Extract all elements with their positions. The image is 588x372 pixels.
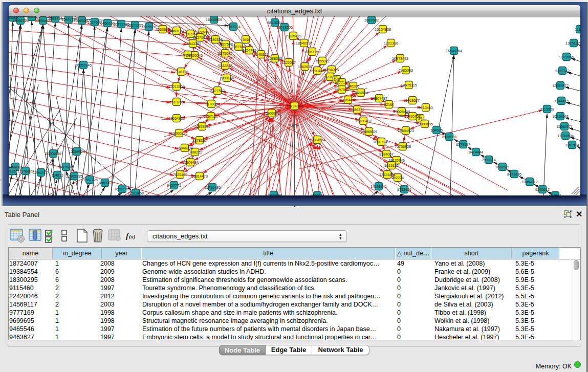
svg-text:16543382: 16543382 [185,41,201,46]
svg-text:2803144: 2803144 [220,76,234,80]
svg-text:98901: 98901 [183,53,193,57]
svg-text:164095: 164095 [430,128,443,133]
svg-text:15720407: 15720407 [355,119,372,123]
svg-text:8471636: 8471636 [507,172,521,177]
svg-text:10973493: 10973493 [392,56,408,61]
svg-text:11121: 11121 [575,27,580,32]
svg-text:10025438: 10025438 [394,110,410,114]
svg-text:17016504: 17016504 [557,134,574,138]
svg-text:18807249: 18807249 [373,140,389,144]
svg-text:7386372: 7386372 [350,107,364,112]
svg-text:20053346: 20053346 [75,63,92,68]
svg-text:6794028: 6794028 [324,68,339,72]
svg-text:53226058: 53226058 [194,30,211,34]
svg-text:19384554: 19384554 [309,138,325,142]
svg-text:10654112: 10654112 [521,180,537,184]
svg-text:9115460: 9115460 [419,105,432,110]
svg-text:9327508: 9327508 [219,42,233,47]
svg-text:19120746: 19120746 [388,158,405,163]
svg-text:7632621: 7632621 [495,165,510,169]
svg-text:2718176: 2718176 [174,70,188,74]
svg-text:70756928: 70756928 [395,144,411,149]
svg-text:7485063: 7485063 [399,68,413,73]
svg-text:3824554: 3824554 [354,91,368,95]
svg-text:1498222: 1498222 [188,150,202,155]
svg-text:6379197: 6379197 [456,142,470,147]
svg-text:12942717: 12942717 [33,170,49,175]
svg-text:19654923: 19654923 [398,128,414,133]
svg-text:15716485: 15716485 [204,185,221,190]
svg-text:18724007: 18724007 [287,104,303,108]
svg-text:12093872: 12093872 [552,83,569,88]
svg-text:2087682: 2087682 [364,18,379,23]
svg-text:8813054: 8813054 [268,20,282,25]
svg-text:14353594: 14353594 [194,124,210,129]
svg-text:8186328: 8186328 [208,37,223,42]
svg-text:8938928: 8938928 [442,135,456,139]
svg-text:10899695: 10899695 [417,122,433,126]
svg-text:8322037: 8322037 [281,60,296,65]
svg-text:84: 84 [418,116,422,121]
svg-text:1588520: 1588520 [268,56,282,61]
svg-text:39151: 39151 [9,169,17,173]
svg-text:10958117: 10958117 [97,181,113,185]
svg-text:11325419: 11325419 [285,34,301,38]
svg-text:114513: 114513 [51,173,63,178]
svg-text:1610755: 1610755 [169,100,184,104]
svg-text:1167534: 1167534 [565,143,579,147]
svg-text:1593845: 1593845 [310,193,324,196]
svg-text:1615132: 1615132 [384,163,399,168]
svg-text:3215958: 3215958 [540,107,554,112]
svg-text:15909484: 15909484 [182,160,199,165]
svg-text:7663822: 7663822 [156,27,170,32]
svg-text:6497568: 6497568 [335,87,349,92]
svg-text:12923468: 12923468 [266,193,282,196]
svg-text:1221396: 1221396 [384,41,398,46]
svg-text:10688609: 10688609 [361,129,377,134]
svg-text:9457771: 9457771 [167,183,181,188]
svg-text:12923468: 12923468 [127,191,144,195]
svg-text:9329966: 9329966 [559,55,574,59]
svg-text:15900243: 15900243 [264,111,280,116]
svg-text:9242848: 9242848 [218,63,232,68]
svg-text:924561: 924561 [549,193,561,196]
svg-text:15692971: 15692971 [556,124,573,129]
svg-text:12905135: 12905135 [66,174,82,179]
svg-text:7955812: 7955812 [315,59,330,63]
svg-text:8878332: 8878332 [192,138,207,143]
svg-text:3875645: 3875645 [218,51,232,56]
svg-text:9463627: 9463627 [405,98,420,103]
svg-text:16914479: 16914479 [191,174,208,179]
svg-text:14136141: 14136141 [371,184,387,189]
svg-text:10961758: 10961758 [304,50,320,54]
svg-text:9384067: 9384067 [379,152,394,157]
svg-text:(x): (x) [129,234,135,240]
svg-text:12213309: 12213309 [168,84,185,89]
svg-text:7625402: 7625402 [173,172,187,177]
svg-text:16671355: 16671355 [127,23,143,28]
svg-text:16648764: 16648764 [446,49,462,53]
svg-text:3267130: 3267130 [204,114,218,119]
svg-text:20364436: 20364436 [340,98,356,102]
svg-text:10807487: 10807487 [371,96,387,101]
svg-text:12975115: 12975115 [401,83,417,87]
svg-text:17359924: 17359924 [69,149,85,154]
svg-text:19166825: 19166825 [171,131,187,136]
svg-text:8960123: 8960123 [169,29,184,33]
svg-text:62160: 62160 [384,102,394,107]
svg-text:9227342: 9227342 [555,69,570,73]
svg-text:9146821: 9146821 [254,52,268,57]
svg-text:19975887: 19975887 [58,165,74,169]
svg-text:18640910: 18640910 [296,41,312,46]
svg-text:19218506: 19218506 [276,25,293,30]
svg-text:8427552: 8427552 [210,89,225,93]
svg-text:1527602: 1527602 [88,20,102,25]
svg-text:7515526: 7515526 [142,25,156,29]
svg-text:917006: 917006 [205,102,217,106]
svg-text:19654933: 19654933 [168,116,185,121]
svg-text:9327503: 9327503 [193,35,207,40]
svg-text:6466160: 6466160 [100,21,115,26]
svg-text:2933114: 2933114 [482,158,495,162]
svg-text:9245612: 9245612 [535,187,550,192]
svg-text:13751074: 13751074 [565,41,580,46]
